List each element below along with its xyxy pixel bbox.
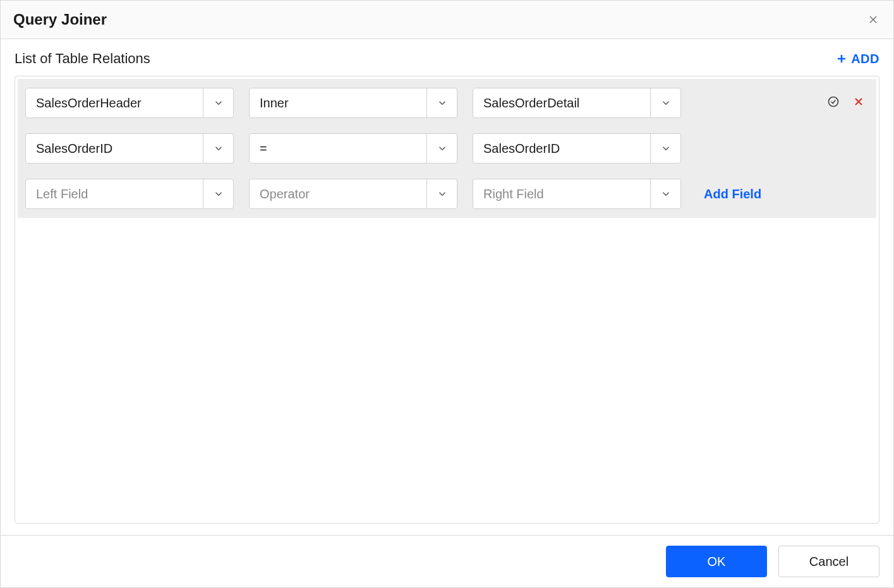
relation-tables-row: SalesOrderHeader Inner SalesOrderDetail xyxy=(25,88,869,118)
left-table-select[interactable]: SalesOrderHeader xyxy=(25,88,234,118)
condition-row: SalesOrderID = SalesOrderID xyxy=(25,133,869,164)
close-icon xyxy=(867,13,879,26)
right-field-placeholder: Right Field xyxy=(473,179,650,208)
section-title: List of Table Relations xyxy=(15,51,150,67)
section-header: List of Table Relations ADD xyxy=(15,51,879,67)
plus-icon xyxy=(836,53,847,64)
operator-toggle[interactable] xyxy=(426,134,457,163)
relation-actions xyxy=(827,95,865,111)
chevron-down-icon xyxy=(213,143,224,154)
ok-button[interactable]: OK xyxy=(666,546,767,577)
operator-toggle-empty[interactable] xyxy=(426,179,457,208)
left-field-placeholder: Left Field xyxy=(26,179,203,208)
dialog-header: Query Joiner xyxy=(1,1,893,39)
add-relation-label: ADD xyxy=(851,52,879,66)
left-table-toggle[interactable] xyxy=(203,88,233,117)
dialog-footer: OK Cancel xyxy=(1,535,893,587)
cancel-button[interactable]: Cancel xyxy=(778,546,879,577)
join-type-value: Inner xyxy=(250,88,426,117)
right-field-value: SalesOrderID xyxy=(473,134,650,163)
left-field-toggle-empty[interactable] xyxy=(203,179,233,208)
right-field-select-empty[interactable]: Right Field xyxy=(473,179,681,209)
chevron-down-icon xyxy=(213,188,224,200)
right-field-toggle[interactable] xyxy=(650,134,680,163)
join-type-select[interactable]: Inner xyxy=(249,88,457,118)
operator-value: = xyxy=(250,134,426,163)
operator-placeholder: Operator xyxy=(250,179,426,208)
operator-select-empty[interactable]: Operator xyxy=(249,179,457,209)
dialog-title: Query Joiner xyxy=(13,11,107,28)
add-field-button[interactable]: Add Field xyxy=(704,187,761,201)
close-button[interactable] xyxy=(866,12,881,27)
right-table-select[interactable]: SalesOrderDetail xyxy=(473,88,681,118)
right-field-toggle-empty[interactable] xyxy=(650,179,680,208)
relations-container: SalesOrderHeader Inner SalesOrderDetail xyxy=(15,76,879,524)
right-field-select[interactable]: SalesOrderID xyxy=(473,133,681,164)
chevron-down-icon xyxy=(437,97,448,109)
chevron-down-icon xyxy=(437,188,448,200)
join-type-toggle[interactable] xyxy=(426,88,457,117)
add-relation-button[interactable]: ADD xyxy=(836,52,879,66)
delete-relation-button[interactable] xyxy=(852,95,865,111)
chevron-down-icon xyxy=(213,97,224,109)
dialog-body: List of Table Relations ADD SalesOrderHe… xyxy=(1,39,893,535)
svg-point-0 xyxy=(829,97,838,107)
relation-block: SalesOrderHeader Inner SalesOrderDetail xyxy=(18,79,876,218)
chevron-down-icon xyxy=(660,143,672,154)
status-ok-icon xyxy=(827,95,840,111)
close-icon xyxy=(852,95,865,108)
condition-row-empty: Left Field Operator Right Field xyxy=(25,179,869,209)
right-table-value: SalesOrderDetail xyxy=(473,88,650,117)
left-field-select[interactable]: SalesOrderID xyxy=(25,133,234,164)
left-table-value: SalesOrderHeader xyxy=(26,88,203,117)
left-field-value: SalesOrderID xyxy=(26,134,203,163)
chevron-down-icon xyxy=(660,97,672,109)
left-field-select-empty[interactable]: Left Field xyxy=(25,179,234,209)
chevron-down-icon xyxy=(660,188,672,200)
chevron-down-icon xyxy=(437,143,448,154)
query-joiner-dialog: Query Joiner List of Table Relations ADD xyxy=(0,0,894,588)
left-field-toggle[interactable] xyxy=(203,134,233,163)
right-table-toggle[interactable] xyxy=(650,88,680,117)
operator-select[interactable]: = xyxy=(249,133,457,164)
